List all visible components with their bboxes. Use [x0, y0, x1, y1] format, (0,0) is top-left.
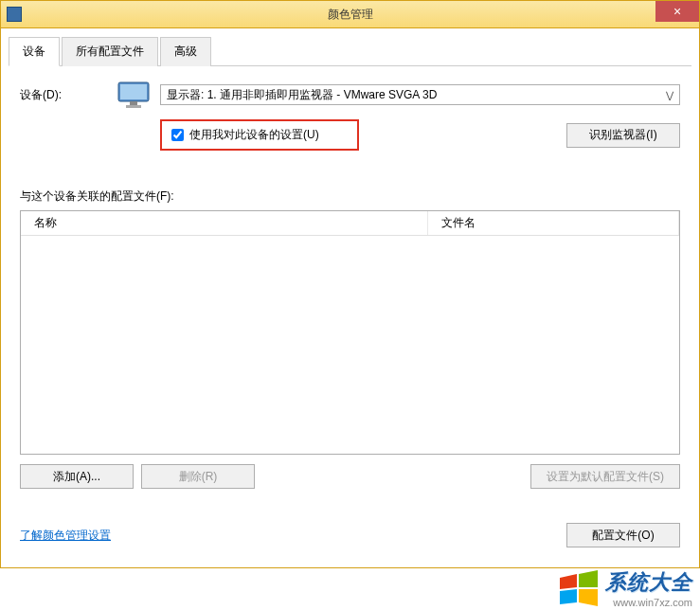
- device-row: 设备(D): 显示器: 1. 通用非即插即用监视器 - VMware SVGA …: [20, 80, 680, 110]
- device-select[interactable]: 显示器: 1. 通用非即插即用监视器 - VMware SVGA 3D ⋁: [160, 84, 680, 105]
- learn-more-link[interactable]: 了解颜色管理设置: [20, 528, 111, 544]
- svg-rect-1: [120, 84, 147, 99]
- watermark-title: 系统大全: [605, 568, 692, 597]
- profile-buttons-row: 添加(A)... 删除(R) 设置为默认配置文件(S): [20, 464, 680, 489]
- window-title: 颜色管理: [328, 7, 373, 23]
- chevron-down-icon: ⋁: [666, 90, 673, 100]
- profiles-listview[interactable]: 名称 文件名: [20, 210, 680, 455]
- close-button[interactable]: ×: [655, 1, 699, 22]
- set-default-button: 设置为默认配置文件(S): [530, 464, 680, 489]
- add-button[interactable]: 添加(A)...: [20, 464, 134, 489]
- tab-device[interactable]: 设备: [9, 37, 60, 66]
- identify-monitor-button[interactable]: 识别监视器(I): [566, 123, 680, 148]
- titlebar: 颜色管理 ×: [0, 0, 700, 28]
- profiles-section-label: 与这个设备关联的配置文件(F):: [20, 188, 680, 205]
- watermark-logo-icon: [558, 570, 600, 606]
- footer-row: 了解颜色管理设置 配置文件(O): [20, 517, 680, 547]
- window-body: 设备 所有配置文件 高级 设备(D): 显示器: 1. 通用非即插即用监视器 -…: [0, 28, 700, 568]
- use-settings-checkbox-container[interactable]: 使用我对此设备的设置(U): [160, 119, 359, 151]
- profiles-button[interactable]: 配置文件(O): [566, 523, 680, 547]
- tab-bar: 设备 所有配置文件 高级: [9, 36, 691, 66]
- tab-content: 设备(D): 显示器: 1. 通用非即插即用监视器 - VMware SVGA …: [9, 80, 691, 547]
- use-settings-label: 使用我对此设备的设置(U): [189, 127, 319, 143]
- device-select-value: 显示器: 1. 通用非即插即用监视器 - VMware SVGA 3D: [167, 87, 437, 103]
- use-settings-checkbox[interactable]: [171, 129, 184, 141]
- watermark: 系统大全 www.win7xz.com: [558, 568, 692, 608]
- remove-button: 删除(R): [141, 464, 255, 489]
- device-label: 设备(D):: [20, 87, 115, 103]
- tab-all-profiles[interactable]: 所有配置文件: [62, 37, 158, 66]
- column-name[interactable]: 名称: [21, 211, 428, 235]
- monitor-icon: [115, 80, 153, 110]
- tab-advanced[interactable]: 高级: [160, 37, 211, 66]
- listview-header: 名称 文件名: [21, 211, 679, 236]
- svg-rect-3: [126, 105, 141, 108]
- checkbox-row: 使用我对此设备的设置(U) 识别监视器(I): [160, 119, 680, 151]
- watermark-url: www.win7xz.com: [605, 597, 692, 608]
- app-icon: [7, 7, 22, 22]
- column-file[interactable]: 文件名: [428, 211, 679, 235]
- svg-rect-2: [130, 101, 137, 105]
